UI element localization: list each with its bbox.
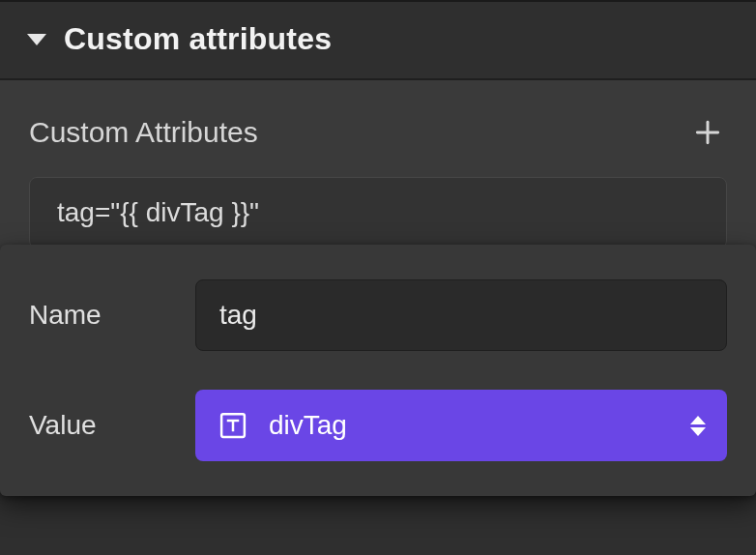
name-input[interactable]	[195, 279, 727, 351]
attributes-subtitle: Custom Attributes	[29, 116, 258, 149]
value-label: Value	[29, 410, 172, 441]
name-label: Name	[29, 300, 172, 331]
section-body: Custom Attributes tag="{{ divTag }}"	[0, 80, 756, 248]
attributes-subheader: Custom Attributes	[29, 113, 727, 152]
section-header[interactable]: Custom attributes	[0, 2, 756, 80]
attribute-editor: Name Value divTag	[0, 245, 756, 496]
select-stepper-icon	[690, 416, 706, 436]
add-attribute-button[interactable]	[688, 113, 727, 152]
attribute-display-text: tag="{{ divTag }}"	[57, 197, 259, 227]
name-field: Name	[29, 279, 727, 351]
plus-icon	[692, 117, 723, 148]
custom-attributes-panel: Custom attributes Custom Attributes tag=…	[0, 0, 756, 555]
chevron-down-icon	[27, 34, 46, 45]
value-binding-select[interactable]: divTag	[195, 390, 727, 461]
text-type-icon	[217, 409, 249, 442]
section-title: Custom attributes	[64, 21, 332, 57]
attribute-row[interactable]: tag="{{ divTag }}"	[29, 177, 727, 248]
value-field: Value divTag	[29, 390, 727, 461]
value-binding-text: divTag	[269, 410, 671, 441]
